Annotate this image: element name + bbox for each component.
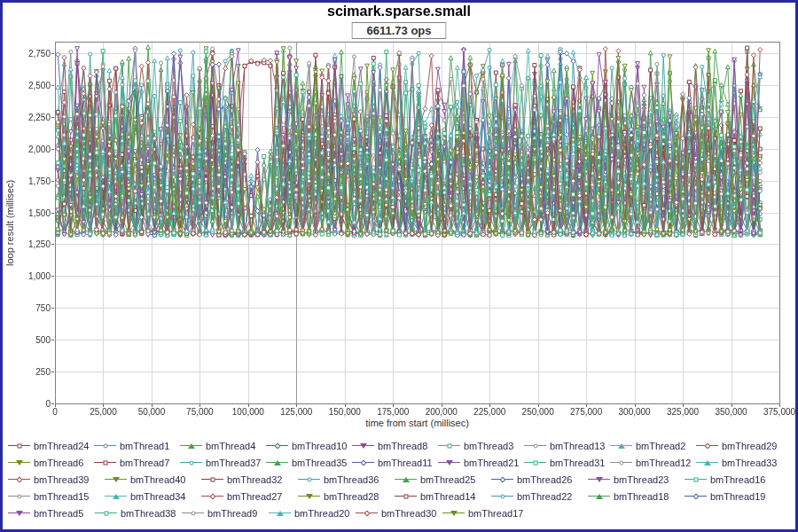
legend-item-bmThread30: bmThread30: [356, 508, 442, 519]
legend-line: [696, 458, 718, 466]
legend-label: bmThread8: [378, 441, 427, 451]
legend-item-bmThread16: bmThread16: [685, 474, 781, 485]
x-axis-title: time from start (millisec): [55, 418, 779, 428]
square-marker-icon: [403, 494, 408, 498]
legend-label: bmThread13: [550, 441, 605, 451]
legend-line: [395, 475, 417, 483]
legend-item-bmThread39: bmThread39: [8, 474, 105, 485]
legend-item-bmThread12: bmThread12: [610, 458, 696, 468]
legend-label: bmThread27: [227, 491, 282, 502]
legend-line: [94, 458, 116, 466]
legend-item-bmThread40: bmThread40: [105, 474, 201, 485]
legend-label: bmThread35: [292, 458, 347, 468]
legend-line: [269, 509, 291, 517]
triangle-marker-icon: [403, 477, 410, 482]
diamond-marker-icon: [209, 493, 215, 499]
circle-marker-icon: [533, 443, 537, 448]
plot-canvas: [3, 3, 795, 412]
legend-label: bmThread16: [710, 474, 765, 485]
triangle-down-marker-icon: [113, 477, 120, 482]
triangle-marker-icon: [277, 511, 284, 516]
triangle-down-marker-icon: [360, 443, 367, 449]
legend-label: bmThread18: [614, 491, 669, 502]
legend-label: bmThread24: [34, 441, 89, 451]
legend-label: bmThread19: [710, 491, 765, 502]
legend-item-bmThread38: bmThread38: [95, 508, 182, 519]
legend-line: [298, 475, 320, 483]
legend-label: bmThread22: [517, 491, 572, 502]
legend-item-bmThread22: bmThread22: [491, 491, 588, 502]
legend-label: bmThread7: [120, 458, 169, 468]
legend-label: bmThread32: [227, 474, 282, 485]
legend-line: [685, 492, 707, 500]
circle-marker-icon: [307, 477, 311, 481]
legend-label: bmThread12: [636, 458, 691, 468]
legend-item-bmThread27: bmThread27: [201, 491, 298, 502]
square-marker-icon: [447, 443, 451, 448]
legend-line: [352, 458, 374, 466]
legend-row: bmThread24bmThread1bmThread4bmThread10bm…: [8, 437, 794, 454]
legend-line: [442, 509, 465, 517]
legend: bmThread24bmThread1bmThread4bmThread10bm…: [8, 437, 794, 521]
legend-item-bmThread9: bmThread9: [182, 508, 269, 519]
legend-line: [696, 442, 718, 450]
legend-row: bmThread5bmThread38bmThread9bmThread20bm…: [8, 505, 794, 521]
legend-item-bmThread32: bmThread32: [201, 474, 298, 485]
legend-item-bmThread11: bmThread11: [352, 458, 438, 468]
legend-line: [266, 442, 288, 450]
legend-line: [356, 509, 378, 517]
legend-item-bmThread4: bmThread4: [180, 441, 266, 451]
legend-item-bmThread19: bmThread19: [685, 491, 781, 502]
legend-label: bmThread40: [130, 474, 185, 485]
legend-label: bmThread14: [420, 491, 475, 502]
legend-item-bmThread10: bmThread10: [266, 441, 352, 451]
chart-window: scimark.sparse.small 6611.73 ops loop re…: [0, 0, 798, 532]
circle-marker-icon: [103, 443, 107, 448]
triangle-marker-icon: [113, 494, 120, 499]
triangle-marker-icon: [188, 443, 195, 449]
square-marker-icon: [533, 460, 537, 465]
legend-item-bmThread15: bmThread15: [8, 491, 105, 502]
legend-label: bmThread26: [517, 474, 572, 485]
legend-row: bmThread6bmThread7bmThread37bmThread35bm…: [8, 454, 794, 471]
legend-line: [491, 475, 513, 483]
legend-row: bmThread39bmThread40bmThread32bmThread36…: [8, 471, 794, 488]
triangle-down-marker-icon: [596, 477, 603, 482]
legend-item-bmThread20: bmThread20: [269, 508, 356, 519]
diamond-marker-icon: [499, 476, 505, 482]
legend-item-bmThread14: bmThread14: [395, 491, 491, 502]
legend-label: bmThread5: [34, 508, 83, 519]
legend-line: [524, 458, 546, 466]
triangle-down-marker-icon: [16, 511, 23, 516]
legend-line: [438, 458, 460, 466]
legend-line: [685, 475, 707, 483]
legend-line: [524, 442, 546, 450]
diamond-marker-icon: [692, 493, 699, 499]
legend-label: bmThread29: [722, 441, 777, 451]
legend-label: bmThread3: [464, 441, 513, 451]
legend-item-bmThread29: bmThread29: [696, 441, 782, 451]
y-axis-title: loop result (millisec): [4, 42, 15, 403]
legend-line: [105, 492, 127, 500]
square-marker-icon: [210, 477, 215, 481]
legend-label: bmThread37: [206, 458, 261, 468]
legend-item-bmThread34: bmThread34: [105, 491, 201, 502]
square-marker-icon: [693, 477, 698, 481]
chart-title: scimark.sparse.small: [3, 4, 795, 20]
legend-item-bmThread5: bmThread5: [8, 508, 95, 519]
diamond-marker-icon: [704, 442, 710, 449]
legend-label: bmThread30: [381, 508, 436, 519]
legend-line: [8, 458, 30, 466]
triangle-down-marker-icon: [446, 460, 453, 466]
legend-item-bmThread6: bmThread6: [8, 458, 94, 468]
legend-label: bmThread2: [636, 441, 685, 451]
legend-item-bmThread2: bmThread2: [610, 441, 696, 451]
legend-item-bmThread13: bmThread13: [524, 441, 610, 451]
square-marker-icon: [104, 511, 108, 515]
circle-marker-icon: [189, 460, 193, 465]
circle-marker-icon: [17, 494, 21, 498]
legend-label: bmThread4: [206, 441, 255, 451]
legend-line: [438, 442, 460, 450]
legend-line: [588, 492, 610, 500]
circle-marker-icon: [191, 511, 195, 515]
